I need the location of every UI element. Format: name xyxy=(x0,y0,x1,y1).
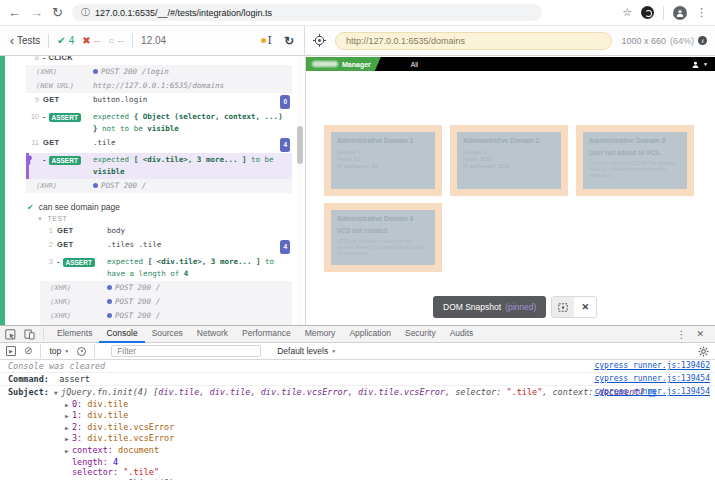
xhr-dot-icon xyxy=(107,285,112,290)
frame-context-select[interactable]: top▼ xyxy=(49,346,69,356)
profile-avatar[interactable] xyxy=(673,6,687,20)
device-toolbar-icon[interactable] xyxy=(24,329,35,340)
auto-scroll-toggle[interactable]: I xyxy=(261,34,272,47)
caret-right-icon[interactable]: ▶ xyxy=(65,434,72,445)
devtools-menu-icon[interactable]: ⋮ xyxy=(676,329,686,340)
command-row[interactable]: (XHR)POST 200 / xyxy=(40,281,292,295)
property-value: div.tile xyxy=(87,410,128,420)
command-row[interactable]: (XHR)POST 200 /login xyxy=(26,65,292,79)
command-message: button.login xyxy=(93,94,280,106)
object-property-row[interactable]: ▶3: div.tile.vcsError xyxy=(8,433,707,445)
dash: - xyxy=(43,111,46,123)
back-to-tests-button[interactable]: ‹ Tests xyxy=(10,35,40,47)
test2-commands: 1GETbody2GET.tiles .tile43-ASSERTexpecte… xyxy=(40,224,292,325)
command-row[interactable]: 10-ASSERTexpected { Object (selector, co… xyxy=(26,110,292,136)
divider xyxy=(48,34,49,48)
test-hook-header[interactable]: ▼ TEST xyxy=(37,215,305,222)
inspect-element-icon[interactable] xyxy=(5,329,16,340)
command-row[interactable]: (NEW URL)http://127.0.0.1:6535/domains xyxy=(26,79,292,93)
caret-right-icon[interactable]: ▶ xyxy=(65,411,72,422)
browser-menu-icon[interactable]: ⋮ xyxy=(696,6,707,19)
page-info-icon[interactable]: ⓘ xyxy=(81,6,90,19)
object-property-row[interactable]: ▶2: div.tile.vcsError xyxy=(8,422,707,434)
command-row[interactable]: (XHR)POST 200 / xyxy=(40,295,292,309)
command-row[interactable]: 9GETbutton.login0 xyxy=(26,93,292,110)
tab-elements[interactable]: Elements xyxy=(50,326,99,343)
object-property-row[interactable]: ▶context: document xyxy=(8,445,707,457)
user-menu[interactable]: ▼ xyxy=(692,61,715,68)
aut-url-bar[interactable]: http://127.0.0.1:6535/domains xyxy=(335,32,612,50)
command-row[interactable]: 3-ASSERTexpected [ <div.tile>, 3 more...… xyxy=(40,255,292,281)
domain-tile[interactable]: Administrative Domain 2Groups: 2Hosts: 9… xyxy=(450,125,568,196)
viewport-size: 1000 x 660 (64%) i xyxy=(621,36,707,46)
tab-audits[interactable]: Audits xyxy=(443,326,481,343)
command-message: POST 200 / xyxy=(107,296,292,308)
reload-icon[interactable]: ↻ xyxy=(52,6,63,19)
address-url[interactable]: 127.0.0.1:6535/__/#/tests/integration/lo… xyxy=(95,8,272,18)
app-under-test: Manager All ▼ Administrative Domain 1Gro… xyxy=(305,56,715,325)
command-row[interactable]: -ASSERTexpected [ <div.tile>, 3 more... … xyxy=(26,153,292,179)
command-row[interactable]: (XHR)POST 200 / xyxy=(40,309,292,323)
preview-selector-key: selector: xyxy=(455,387,506,397)
browser-actions: ☆ ⋮ xyxy=(622,6,707,20)
snapshot-camera-button[interactable] xyxy=(552,297,574,317)
caret-right-icon[interactable]: ▶ xyxy=(65,400,72,411)
address-bar[interactable]: ⓘ 127.0.0.1:6535/__/#/tests/integration/… xyxy=(72,4,542,21)
source-link[interactable]: cypress_runner.js:139462 xyxy=(594,361,710,371)
command-row[interactable]: (XHR)POST 200 / xyxy=(26,179,292,193)
extension-icon[interactable] xyxy=(641,6,654,19)
caret-right-icon[interactable]: ▶ xyxy=(65,423,72,434)
source-link[interactable]: cypress_runner.js:139454 xyxy=(594,374,710,384)
command-row[interactable]: 1GETbody xyxy=(40,224,292,238)
snapshot-close-button[interactable]: ✕ xyxy=(574,297,596,317)
command-message: POST 200 / xyxy=(107,310,292,322)
run-duration: 12.04 xyxy=(141,35,166,46)
test-title[interactable]: ✔ can see domain page xyxy=(27,202,305,212)
log-levels-select[interactable]: Default levels▼ xyxy=(277,346,336,356)
caret-right-icon[interactable]: ▶ xyxy=(65,446,72,457)
viewport-info-icon[interactable]: i xyxy=(698,36,707,45)
domain-tile[interactable]: Administrative Domain 4VCS not createdVC… xyxy=(324,203,442,272)
dash: - xyxy=(43,56,46,64)
tab-network[interactable]: Network xyxy=(190,326,235,343)
domain-tile[interactable]: Administrative Domain 1Groups: 1Hosts: 1… xyxy=(324,125,442,196)
pin-icon[interactable] xyxy=(26,155,39,165)
tile-content: Administrative Domain 3User not added to… xyxy=(583,132,687,189)
console-sidebar-icon[interactable]: ▶ xyxy=(6,346,16,356)
selector-playground-icon[interactable] xyxy=(313,34,326,47)
source-link[interactable]: cypress_runner.js:139454 xyxy=(594,387,710,396)
aut-header-bar: http://127.0.0.1:6535/domains 1000 x 660… xyxy=(305,26,715,55)
reporter-scrollbar-thumb[interactable] xyxy=(297,126,303,164)
property-value: div.tile xyxy=(87,399,128,409)
tab-console[interactable]: Console xyxy=(99,326,144,343)
live-expression-icon[interactable] xyxy=(77,347,86,356)
command-message: body xyxy=(107,225,292,237)
forward-icon[interactable]: → xyxy=(30,6,43,19)
devtools-settings-icon[interactable] xyxy=(698,346,709,357)
object-property-row[interactable]: ▶0: div.tile xyxy=(8,399,707,411)
tile-detail: Groups: 2 xyxy=(463,149,555,156)
clear-console-icon[interactable]: ⊘ xyxy=(24,346,32,356)
command-row[interactable]: 11GET.tile4 xyxy=(26,136,292,153)
tab-sources[interactable]: Sources xyxy=(145,326,190,343)
tab-application[interactable]: Application xyxy=(342,326,398,343)
tab-memory[interactable]: Memory xyxy=(298,326,343,343)
command-row[interactable]: 2GET.tiles .tile4 xyxy=(40,238,292,255)
x-icon: ✖ xyxy=(82,35,90,46)
tab-security[interactable]: Security xyxy=(398,326,443,343)
restart-tests-icon[interactable]: ↻ xyxy=(284,34,294,48)
console-toolbar: ▶ ⊘ top▼ Filter Default levels▼ xyxy=(0,343,715,360)
console-filter-input[interactable]: Filter xyxy=(111,345,261,357)
reporter-scrollbar[interactable] xyxy=(297,56,303,325)
nav-item-all[interactable]: All xyxy=(411,61,418,68)
bookmark-star-icon[interactable]: ☆ xyxy=(622,6,632,19)
command-message: http://127.0.0.1:6535/domains xyxy=(93,80,292,92)
command-row[interactable]: 8-CLICK xyxy=(26,56,292,65)
back-icon[interactable]: ← xyxy=(8,6,21,19)
domain-tile[interactable]: Administrative Domain 3User not added to… xyxy=(576,125,694,196)
tab-performance[interactable]: Performance xyxy=(235,326,298,343)
command-tag: (NEW URL) xyxy=(26,80,93,92)
object-property-row[interactable]: ▶1: div.tile xyxy=(8,410,707,422)
property-key: length: xyxy=(72,457,113,467)
devtools-close-icon[interactable]: ✕ xyxy=(696,329,704,339)
